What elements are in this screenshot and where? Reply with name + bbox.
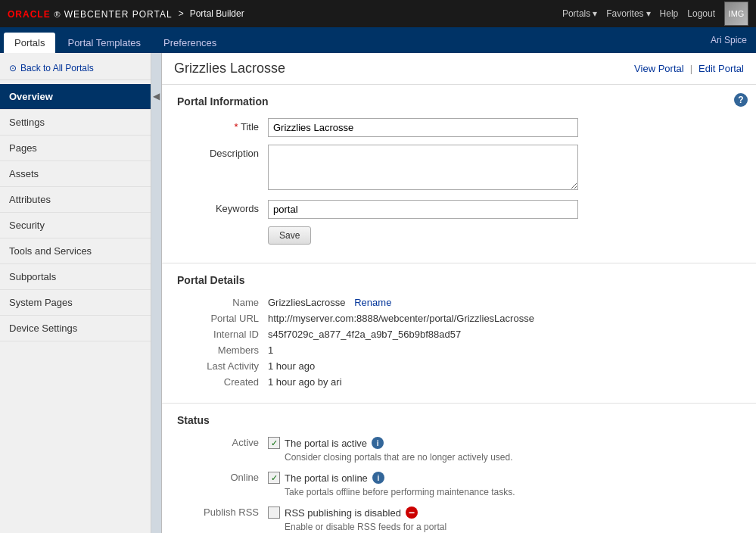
help-nav[interactable]: Help (660, 8, 679, 19)
sidebar-item-settings[interactable]: Settings (0, 110, 151, 136)
online-checkbox[interactable]: ✓ (268, 472, 280, 484)
title-input[interactable] (268, 118, 578, 137)
created-row: Created 1 hour ago by ari (177, 376, 741, 388)
internal-id-label: Internal ID (177, 329, 268, 340)
description-row: Description (177, 145, 741, 192)
publish-rss-row: Publish RSS RSS publishing is disabled −… (177, 507, 741, 532)
back-arrow-icon: ⊙ (9, 63, 17, 73)
description-input-container (268, 145, 578, 192)
save-button[interactable]: Save (268, 226, 311, 245)
last-activity-value: 1 hour ago (268, 360, 315, 372)
logout-nav[interactable]: Logout (687, 8, 715, 19)
active-content: ✓ The portal is active i Consider closin… (268, 437, 741, 463)
breadcrumb-arrow: > (179, 8, 184, 19)
publish-rss-checkbox[interactable] (268, 507, 280, 519)
active-text: The portal is active (285, 438, 367, 449)
back-label: Back to All Portals (20, 63, 94, 73)
title-input-container (268, 118, 578, 137)
rename-link[interactable]: Rename (354, 297, 391, 308)
portal-title: Grizzlies Lacrosse (174, 61, 285, 76)
created-value: 1 hour ago by ari (268, 376, 342, 388)
portal-information-section: Portal Information Title Description Key… (162, 85, 756, 263)
status-title: Status (177, 414, 741, 426)
active-row: Active ✓ The portal is active i Consider… (177, 437, 741, 463)
portal-details-title: Portal Details (177, 274, 741, 286)
internal-id-value: s45f7029c_a877_4f2a_a9b7_56b9bf88ad57 (268, 329, 461, 340)
publish-rss-main: RSS publishing is disabled − (268, 507, 741, 519)
portals-nav[interactable]: Portals ▾ (562, 8, 597, 19)
active-info-icon[interactable]: i (372, 437, 384, 449)
favorites-nav[interactable]: Favorites ▾ (606, 8, 650, 19)
sidebar-item-attributes[interactable]: Attributes (0, 187, 151, 213)
active-main: ✓ The portal is active i (268, 437, 741, 449)
portal-url-value: http://myserver.com:8888/webcenter/porta… (268, 313, 534, 324)
portal-url-row: Portal URL http://myserver.com:8888/webc… (177, 313, 741, 324)
portals-nav-label: Portals (562, 8, 590, 19)
status-section: Status Active ✓ The portal is active i C… (162, 404, 756, 533)
last-activity-row: Last Activity 1 hour ago (177, 360, 741, 372)
publish-rss-content: RSS publishing is disabled − Enable or d… (268, 507, 741, 532)
tab-preferences[interactable]: Preferences (153, 33, 227, 53)
sidebar-item-security[interactable]: Security (0, 213, 151, 238)
name-label: Name (177, 297, 268, 308)
name-row: Name GrizzliesLacrosse Rename (177, 297, 741, 308)
title-label: Title (177, 118, 268, 132)
active-checkbox[interactable]: ✓ (268, 437, 280, 449)
portal-information-title: Portal Information (177, 95, 741, 108)
avatar: IMG (724, 2, 748, 26)
edit-portal-link[interactable]: Edit Portal (698, 63, 744, 74)
collapse-sidebar-button[interactable]: ◀ (151, 53, 162, 533)
back-to-portals-link[interactable]: ⊙ Back to All Portals (0, 57, 151, 80)
view-portal-link[interactable]: View Portal (634, 63, 684, 74)
online-main: ✓ The portal is online i (268, 472, 741, 484)
active-desc: Consider closing portals that are no lon… (285, 452, 741, 463)
description-input[interactable] (268, 145, 578, 190)
portal-url-label: Portal URL (177, 313, 268, 324)
sidebar-item-subportals[interactable]: Subportals (0, 264, 151, 290)
keywords-input-container (268, 200, 578, 219)
header-left: ORACLE ® WEBCENTER PORTAL > Portal Build… (8, 8, 244, 20)
portal-builder-link[interactable]: Portal Builder (190, 8, 244, 19)
portal-details-section: Portal Details Name GrizzliesLacrosse Re… (162, 263, 756, 404)
sidebar-item-system-pages[interactable]: System Pages (0, 290, 151, 316)
tabbar: Portals Portal Templates Preferences Ari… (0, 27, 756, 53)
online-row: Online ✓ The portal is online i Take por… (177, 472, 741, 497)
tab-portal-templates[interactable]: Portal Templates (57, 33, 151, 53)
sidebar-item-pages[interactable]: Pages (0, 136, 151, 161)
oracle-logo: ORACLE ® WEBCENTER PORTAL (8, 8, 173, 20)
webcenter-text: ® WEBCENTER PORTAL (54, 10, 173, 19)
keywords-label: Keywords (177, 200, 268, 214)
layout: ⊙ Back to All Portals Overview Settings … (0, 53, 756, 533)
oracle-text: ORACLE (8, 9, 51, 20)
sidebar-item-assets[interactable]: Assets (0, 161, 151, 187)
description-label: Description (177, 145, 268, 159)
sidebar-item-device-settings[interactable]: Device Settings (0, 316, 151, 341)
title-row: Title (177, 118, 741, 137)
sidebar: ⊙ Back to All Portals Overview Settings … (0, 53, 151, 533)
keywords-input[interactable] (268, 200, 578, 219)
internal-id-row: Internal ID s45f7029c_a877_4f2a_a9b7_56b… (177, 329, 741, 340)
sidebar-item-tools-services[interactable]: Tools and Services (0, 238, 151, 264)
save-spacer (177, 226, 268, 229)
header: ORACLE ® WEBCENTER PORTAL > Portal Build… (0, 0, 756, 27)
name-value: GrizzliesLacrosse Rename (268, 297, 391, 308)
members-value: 1 (268, 344, 273, 356)
portal-title-bar: Grizzlies Lacrosse View Portal | Edit Po… (162, 53, 756, 85)
publish-rss-text: RSS publishing is disabled (285, 507, 401, 519)
tab-portals[interactable]: Portals (4, 33, 55, 53)
portal-links: View Portal | Edit Portal (634, 63, 744, 74)
online-desc: Take portals offline before performing m… (285, 487, 741, 497)
favorites-nav-label: Favorites (606, 8, 643, 19)
active-label: Active (177, 437, 268, 448)
created-label: Created (177, 376, 268, 388)
keywords-row: Keywords (177, 200, 741, 219)
last-activity-label: Last Activity (177, 360, 268, 372)
help-icon[interactable]: ? (734, 93, 748, 107)
members-label: Members (177, 344, 268, 356)
publish-rss-desc: Enable or disable RSS feeds for a portal (285, 522, 741, 532)
sidebar-item-overview[interactable]: Overview (0, 84, 151, 110)
publish-rss-minus-icon[interactable]: − (406, 507, 418, 519)
name-text: GrizzliesLacrosse (268, 297, 346, 308)
online-info-icon[interactable]: i (372, 472, 384, 484)
online-text: The portal is online (285, 472, 368, 484)
